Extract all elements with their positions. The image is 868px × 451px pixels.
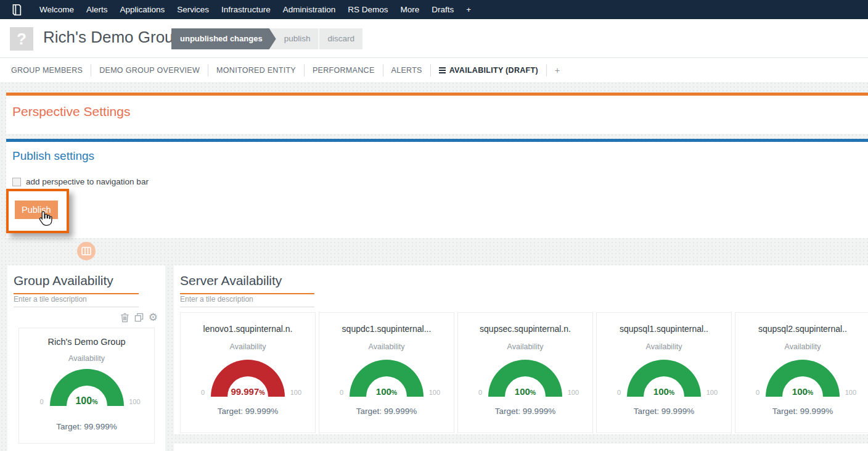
server-gauge-tile[interactable]: squpsql1.squpinternal.. Availability 0 1… [596,312,732,433]
publish-link[interactable]: publish [276,28,319,49]
gauge-max-label: 100 [429,389,440,396]
gauge-min-label: 0 [478,389,482,396]
draft-menu-icon [439,66,446,75]
tile-target: Target: 99.999% [19,422,154,431]
page-title: Rich's Demo Group [43,28,182,47]
status-badge: unpublished changes [171,28,276,49]
publish-settings-panel: Publish settings add perspective to navi… [6,142,868,238]
top-nav: Welcome Alerts Applications Services Inf… [0,0,868,19]
tab-add-perspective[interactable]: + [547,64,568,77]
availability-gauge: 0 100 100% [50,369,124,406]
tab-monitored-entity[interactable]: MONITORED ENTITY [208,64,305,77]
squaredup-logo-icon[interactable] [9,2,23,17]
gauge-min-label: 0 [201,389,205,396]
gauge-value: 100% [766,386,840,397]
nav-checkbox-row: add perspective to navigation bar [12,177,149,186]
nav-item-infrastructure[interactable]: Infrastructure [215,0,277,19]
add-to-navigation-checkbox[interactable] [12,178,21,186]
gauge-max-label: 100 [568,389,579,396]
tab-availability-draft-label: AVAILABILITY (DRAFT) [449,66,538,75]
draft-status-group: unpublished changes publish discard [171,28,362,49]
group-section-title: Group Availability [14,273,139,294]
hand-cursor-icon [35,209,54,230]
tile-metric-label: Availability [458,342,592,351]
tile-settings-icon[interactable]: ⚙ [149,312,158,323]
server-section-title: Server Availability [180,273,314,294]
tab-group-members[interactable]: GROUP MEMBERS [11,64,91,77]
server-gauge-tile[interactable]: squpdc1.squpinternal... Availability 0 1… [319,312,454,433]
availability-gauge: 0 100 100% [766,360,840,397]
tile-target: Target: 99.999% [735,407,868,416]
tile-metric-label: Availability [319,342,454,351]
server-tile-description-input[interactable]: Enter a tile description [180,295,314,307]
nav-item-drafts[interactable]: Drafts [425,0,460,19]
perspective-settings-panel: Perspective Settings [6,96,868,134]
tile-target: Target: 99.999% [458,407,592,416]
server-gauge-tile[interactable]: squpsec.squpinternal.n. Availability 0 1… [457,312,593,433]
availability-gauge: 0 100 100% [350,360,424,397]
availability-gauge: 0 100 100% [627,360,701,397]
tile-metric-label: Availability [597,342,731,351]
gauge-min-label: 0 [40,398,44,405]
gauge-value: 100% [350,386,424,397]
gauge-value: 99.997% [211,386,285,397]
tab-demo-group-overview[interactable]: DEMO GROUP OVERVIEW [91,64,208,77]
availability-gauge: 0 100 99.997% [211,360,285,397]
nav-item-more[interactable]: More [394,0,425,19]
help-icon[interactable]: ? [10,27,33,51]
gauge-max-label: 100 [290,389,301,396]
add-tile-icon[interactable] [77,242,96,260]
discard-link[interactable]: discard [318,28,362,49]
group-tile-description-input[interactable]: Enter a tile description [14,295,139,307]
availability-gauge: 0 100 100% [488,360,562,397]
tile-name: squpsec.squpinternal.n. [458,324,592,334]
nav-item-services[interactable]: Services [171,0,215,19]
tab-performance[interactable]: PERFORMANCE [305,64,383,77]
server-gauge-tile[interactable]: squpsql2.squpinternal.. Availability 0 1… [735,312,868,433]
server-gauge-tile[interactable]: lenovo1.squpinternal.n. Availability 0 1… [180,312,316,433]
tile-target: Target: 99.999% [597,407,731,416]
publish-settings-title: Publish settings [12,149,94,163]
gauge-max-label: 100 [706,389,718,396]
tile-name: lenovo1.squpinternal.n. [181,324,315,334]
tile-name: Rich's Demo Group [19,337,154,347]
gauge-max-label: 100 [845,389,856,396]
tile-target: Target: 99.999% [319,407,454,416]
group-gauge-tile[interactable]: Rich's Demo Group Availability 0 100 100… [18,328,155,444]
gauge-value: 100% [50,395,124,407]
gauge-min-label: 0 [756,389,760,396]
gauge-value: 100% [488,386,562,397]
nav-item-welcome[interactable]: Welcome [33,0,80,19]
server-availability-section: Server Availability Enter a tile descrip… [174,265,868,434]
tile-name: squpsql2.squpinternal.. [735,324,868,334]
nav-item-rs-demos[interactable]: RS Demos [342,0,394,19]
tab-availability-draft[interactable]: AVAILABILITY (DRAFT) [431,64,547,77]
tile-target: Target: 99.999% [181,407,315,416]
nav-item-administration[interactable]: Administration [277,0,342,19]
gauge-value: 100% [627,386,701,397]
group-availability-section: Group Availability Enter a tile descript… [7,265,165,451]
checkbox-label: add perspective to navigation bar [26,177,149,186]
tile-name: squpsql1.squpinternal.. [597,324,731,334]
tile-metric-label: Availability [181,342,315,351]
gauge-min-label: 0 [617,389,621,396]
page-header: ? Rich's Demo Group unpublished changes … [0,19,868,58]
tile-metric-label: Availability [735,342,868,351]
group-tile-toolbar: ⚙ [120,312,158,323]
clone-tile-icon[interactable] [134,313,144,322]
gauge-min-label: 0 [340,389,343,396]
gauge-max-label: 100 [129,398,140,405]
perspective-settings-title: Perspective Settings [12,104,130,119]
tile-name: squpdc1.squpinternal... [319,324,454,334]
delete-tile-icon[interactable] [120,313,129,323]
tile-metric-label: Availability [19,354,154,363]
nav-item-applications[interactable]: Applications [114,0,171,19]
nav-item-alerts[interactable]: Alerts [80,0,114,19]
perspective-tab-bar: GROUP MEMBERS DEMO GROUP OVERVIEW MONITO… [0,58,868,82]
nav-item-add[interactable]: + [460,0,477,19]
next-row-strip [174,444,868,451]
tab-alerts[interactable]: ALERTS [383,64,431,77]
